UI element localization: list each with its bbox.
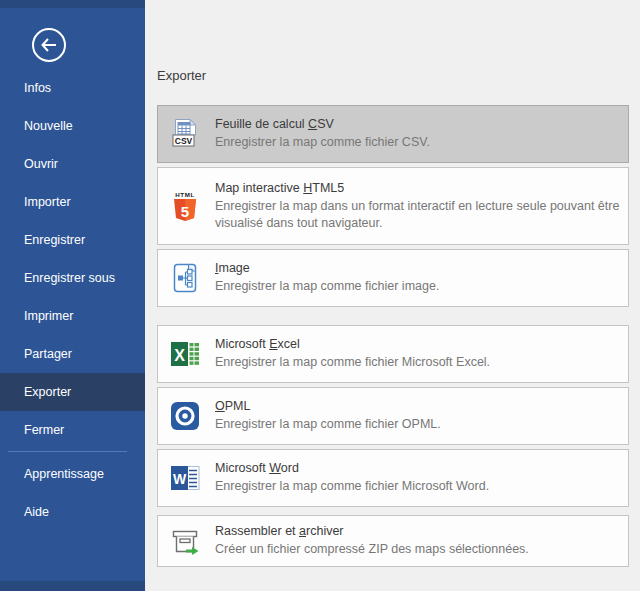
sidebar-item-imprimer[interactable]: Imprimer xyxy=(0,297,145,335)
export-option-texts: OPMLEnregistrer la map comme fichier OPM… xyxy=(215,399,620,432)
export-option-title: Microsoft Excel xyxy=(215,337,620,351)
export-option-texts: Microsoft ExcelEnregistrer la map comme … xyxy=(215,337,620,370)
export-option-description: Enregistrer la map comme fichier image. xyxy=(215,278,620,294)
export-option-title: Microsoft Word xyxy=(215,461,620,475)
sidebar-item-enregistrer[interactable]: Enregistrer xyxy=(0,221,145,259)
export-option-texts: ImageEnregistrer la map comme fichier im… xyxy=(215,261,620,294)
sidebar-item-partager[interactable]: Partager xyxy=(0,335,145,373)
export-panel: Exporter CSVFeuille de calcul CSVEnregis… xyxy=(145,0,640,591)
sidebar-item-infos[interactable]: Infos xyxy=(0,69,145,107)
export-option-texts: Microsoft WordEnregistrer la map comme f… xyxy=(215,461,620,494)
back-button[interactable] xyxy=(30,26,68,64)
svg-text:5: 5 xyxy=(181,203,189,220)
export-groups: CSVFeuille de calcul CSVEnregistrer la m… xyxy=(157,105,629,585)
export-option-texts: Rassembler et archiverCréer un fichier c… xyxy=(215,524,620,557)
export-option-description: Créer un fichier compressé ZIP des maps … xyxy=(215,541,620,557)
sidebar-bottom-strip xyxy=(0,581,145,591)
export-option-title: Rassembler et archiver xyxy=(215,524,620,538)
export-option-description: Enregistrer la map dans un format intera… xyxy=(215,198,620,231)
export-option-map-interactive-html5[interactable]: HTML5Map interactive HTML5Enregistrer la… xyxy=(157,167,629,245)
export-option-description: Enregistrer la map comme fichier OPML. xyxy=(215,416,620,432)
svg-text:X: X xyxy=(174,347,185,364)
excel-icon: X xyxy=(168,337,202,371)
sidebar-item-apprentissage[interactable]: Apprentissage xyxy=(0,455,145,493)
sidebar-item-fermer[interactable]: Fermer xyxy=(0,411,145,449)
csv-file-icon: CSV xyxy=(168,117,202,151)
page-title: Exporter xyxy=(157,68,206,83)
export-option-texts: Map interactive HTML5Enregistrer la map … xyxy=(215,181,620,231)
sidebar-item-ouvrir[interactable]: Ouvrir xyxy=(0,145,145,183)
export-group: CSVFeuille de calcul CSVEnregistrer la m… xyxy=(157,105,629,307)
sidebar-separator xyxy=(8,451,127,452)
export-option-description: Enregistrer la map comme fichier Microso… xyxy=(215,354,620,370)
svg-text:W: W xyxy=(173,471,187,487)
html5-icon: HTML5 xyxy=(168,189,202,223)
backstage-view: InfosNouvelleOuvrirImporterEnregistrerEn… xyxy=(0,0,640,591)
export-group: Rassembler et archiverCréer un fichier c… xyxy=(157,515,629,567)
archive-icon xyxy=(168,524,202,558)
export-group: XMicrosoft ExcelEnregistrer la map comme… xyxy=(157,325,629,507)
export-option-title: Map interactive HTML5 xyxy=(215,181,620,195)
export-option-image[interactable]: ImageEnregistrer la map comme fichier im… xyxy=(157,249,629,307)
sidebar-menu: InfosNouvelleOuvrirImporterEnregistrerEn… xyxy=(0,69,145,531)
sidebar-top-strip xyxy=(0,0,145,8)
sidebar-item-nouvelle[interactable]: Nouvelle xyxy=(0,107,145,145)
image-file-icon xyxy=(168,261,202,295)
export-option-title: OPML xyxy=(215,399,620,413)
sidebar-item-importer[interactable]: Importer xyxy=(0,183,145,221)
export-option-title: Image xyxy=(215,261,620,275)
svg-text:CSV: CSV xyxy=(175,136,193,146)
export-option-opml[interactable]: OPMLEnregistrer la map comme fichier OPM… xyxy=(157,387,629,445)
sidebar-item-aide[interactable]: Aide xyxy=(0,493,145,531)
export-option-microsoft-excel[interactable]: XMicrosoft ExcelEnregistrer la map comme… xyxy=(157,325,629,383)
sidebar-item-exporter[interactable]: Exporter xyxy=(0,373,145,411)
export-option-description: Enregistrer la map comme fichier CSV. xyxy=(215,134,620,150)
export-option-description: Enregistrer la map comme fichier Microso… xyxy=(215,478,620,494)
export-option-title: Feuille de calcul CSV xyxy=(215,117,620,131)
back-arrow-icon xyxy=(30,50,68,67)
sidebar: InfosNouvelleOuvrirImporterEnregistrerEn… xyxy=(0,0,145,591)
svg-text:HTML: HTML xyxy=(175,191,195,198)
export-option-rassembler-et-archiver[interactable]: Rassembler et archiverCréer un fichier c… xyxy=(157,515,629,567)
export-option-feuille-de-calcul-csv[interactable]: CSVFeuille de calcul CSVEnregistrer la m… xyxy=(157,105,629,163)
opml-icon xyxy=(168,399,202,433)
export-option-microsoft-word[interactable]: WMicrosoft WordEnregistrer la map comme … xyxy=(157,449,629,507)
sidebar-item-enregistrer-sous[interactable]: Enregistrer sous xyxy=(0,259,145,297)
export-option-texts: Feuille de calcul CSVEnregistrer la map … xyxy=(215,117,620,150)
word-icon: W xyxy=(168,461,202,495)
